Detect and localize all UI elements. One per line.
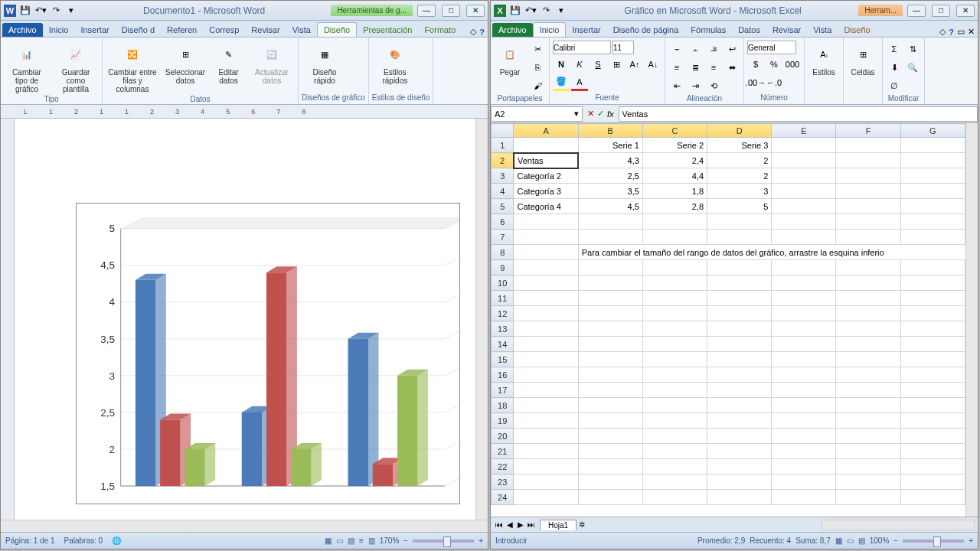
sort-filter-icon[interactable]: ⇅: [904, 41, 921, 57]
first-sheet-icon[interactable]: ⏮: [494, 520, 505, 529]
decrease-decimal-icon[interactable]: ←.0: [766, 74, 782, 91]
font-size-input[interactable]: [612, 41, 634, 54]
worksheet-grid[interactable]: ABCDEFG1Serie 1Serie 2Serie 32Ventas4,32…: [491, 123, 965, 505]
save-icon[interactable]: 💾: [509, 5, 521, 17]
tab-formato[interactable]: Formato: [418, 23, 462, 37]
orientation-icon[interactable]: ⟲: [705, 77, 722, 94]
zoom-slider[interactable]: [413, 540, 474, 543]
save-icon[interactable]: 💾: [19, 5, 31, 17]
tab-referencias[interactable]: Referen: [161, 23, 203, 37]
diseno-rapido-button[interactable]: ▦ Diseño rápido: [302, 41, 348, 86]
embedded-chart[interactable]: 1,522,533,544,55: [76, 203, 460, 504]
seleccionar-datos-button[interactable]: ⊞ Seleccionar datos: [162, 41, 208, 86]
help-icon[interactable]: ?: [479, 28, 485, 37]
zoom-in-button[interactable]: +: [479, 536, 483, 545]
zoom-in-button[interactable]: +: [969, 536, 973, 545]
view-outline-icon[interactable]: ≡: [359, 536, 364, 545]
cut-icon[interactable]: ✂: [529, 41, 546, 57]
minimize-button[interactable]: —: [907, 5, 926, 17]
copy-icon[interactable]: ⎘: [529, 59, 546, 76]
autosum-icon[interactable]: Σ: [886, 41, 903, 57]
formula-input[interactable]: [619, 106, 978, 122]
word-count[interactable]: Palabras: 0: [64, 536, 103, 545]
cambiar-tipo-grafico-button[interactable]: 📊 Cambiar tipo de gráfico: [4, 41, 50, 95]
maximize-button[interactable]: □: [442, 5, 460, 17]
vertical-ruler[interactable]: [1, 119, 15, 520]
sheet-tab-hoja1[interactable]: Hoja1: [540, 520, 577, 530]
close-workbook-icon[interactable]: ✕: [968, 27, 975, 37]
new-sheet-icon[interactable]: ✲: [577, 520, 587, 529]
close-button[interactable]: ✕: [956, 5, 975, 17]
tab-insertar[interactable]: Insertar: [74, 23, 115, 37]
qat-dropdown-icon[interactable]: ▾: [555, 5, 567, 17]
language-indicator[interactable]: 🌐: [112, 536, 121, 545]
view-draft-icon[interactable]: ▥: [368, 536, 375, 545]
editar-datos-button[interactable]: ✎ Editar datos: [211, 41, 246, 86]
tab-vista[interactable]: Vista: [286, 23, 317, 37]
grow-font-icon[interactable]: A↑: [626, 56, 643, 73]
decrease-indent-icon[interactable]: ⇤: [668, 77, 685, 94]
format-painter-icon[interactable]: 🖌: [529, 77, 546, 94]
align-top-icon[interactable]: ⫟: [668, 41, 685, 57]
view-page-break-icon[interactable]: ▤: [858, 536, 865, 545]
cambiar-filas-columnas-button[interactable]: 🔀 Cambiar entre filas y columnas: [106, 41, 159, 95]
number-format-select[interactable]: [747, 41, 796, 54]
tab-inicio[interactable]: Inicio: [43, 23, 75, 37]
ribbon-minimize-icon[interactable]: ◇: [470, 27, 476, 37]
horizontal-ruler[interactable]: L 121 123 456 78: [1, 105, 488, 119]
view-fullscreen-icon[interactable]: ▭: [336, 536, 343, 545]
wrap-text-button[interactable]: ↩: [724, 41, 740, 57]
view-normal-icon[interactable]: ▦: [835, 536, 842, 545]
tab-diseno[interactable]: Diseño: [317, 22, 357, 37]
view-web-icon[interactable]: ▤: [348, 536, 354, 545]
tab-revisar[interactable]: Revisar: [245, 23, 286, 37]
help-icon[interactable]: ?: [949, 28, 954, 37]
tab-diseno[interactable]: Diseño: [838, 23, 876, 37]
tab-revisar[interactable]: Revisar: [766, 23, 807, 37]
ribbon-minimize-icon[interactable]: ◇: [939, 27, 946, 37]
prev-sheet-icon[interactable]: ◀: [505, 520, 515, 529]
increase-decimal-icon[interactable]: .00→: [747, 74, 764, 91]
italic-button[interactable]: K: [571, 56, 588, 73]
zoom-slider[interactable]: [903, 540, 964, 543]
align-bottom-icon[interactable]: ⫡: [705, 41, 722, 57]
find-icon[interactable]: 🔍: [904, 59, 921, 76]
restore-workbook-icon[interactable]: ▭: [957, 27, 965, 37]
shrink-font-icon[interactable]: A↓: [645, 56, 662, 73]
cancel-edit-icon[interactable]: ✕: [587, 109, 594, 119]
undo-icon[interactable]: ↶▾: [524, 5, 537, 17]
thousands-icon[interactable]: 000: [784, 56, 801, 73]
font-color-button[interactable]: A: [571, 74, 588, 91]
zoom-out-button[interactable]: −: [893, 536, 898, 545]
tab-formulas[interactable]: Fórmulas: [684, 23, 732, 37]
fill-color-button[interactable]: 🪣: [553, 74, 570, 91]
qat-dropdown-icon[interactable]: ▾: [65, 5, 77, 17]
redo-icon[interactable]: ↷: [50, 5, 62, 17]
view-print-layout-icon[interactable]: ▦: [325, 536, 332, 545]
percent-icon[interactable]: %: [766, 56, 782, 73]
tab-diseno-pagina[interactable]: Diseño d: [116, 23, 161, 37]
align-center-icon[interactable]: ≣: [687, 59, 704, 76]
clear-icon[interactable]: ∅: [886, 77, 903, 94]
undo-icon[interactable]: ↶▾: [34, 5, 47, 17]
last-sheet-icon[interactable]: ⏭: [526, 520, 537, 529]
table-tools-contextual-tab[interactable]: Herram...: [858, 5, 903, 16]
redo-icon[interactable]: ↷: [540, 5, 552, 17]
align-left-icon[interactable]: ≡: [668, 59, 685, 76]
tab-diseno-pagina[interactable]: Diseño de página: [607, 23, 685, 37]
tab-presentacion[interactable]: Presentación: [357, 23, 418, 37]
excel-scrollbar-v[interactable]: [965, 123, 978, 517]
celdas-button[interactable]: ⊞ Celdas: [847, 41, 879, 78]
excel-scrollbar-h[interactable]: [822, 520, 975, 530]
page-indicator[interactable]: Página: 1 de 1: [5, 536, 55, 545]
bold-button[interactable]: N: [553, 56, 570, 73]
pegar-button[interactable]: 📋 Pegar: [494, 41, 526, 78]
tab-datos[interactable]: Datos: [732, 23, 766, 37]
guardar-plantilla-button[interactable]: 📈 Guardar como plantilla: [53, 41, 99, 95]
view-page-layout-icon[interactable]: ▭: [847, 536, 854, 545]
fill-icon[interactable]: ⬇: [886, 59, 903, 76]
chart-tools-contextual-tab[interactable]: Herramientas de g...: [331, 5, 413, 16]
tab-insertar[interactable]: Insertar: [566, 23, 606, 37]
next-sheet-icon[interactable]: ▶: [515, 520, 526, 529]
zoom-out-button[interactable]: −: [403, 536, 408, 545]
